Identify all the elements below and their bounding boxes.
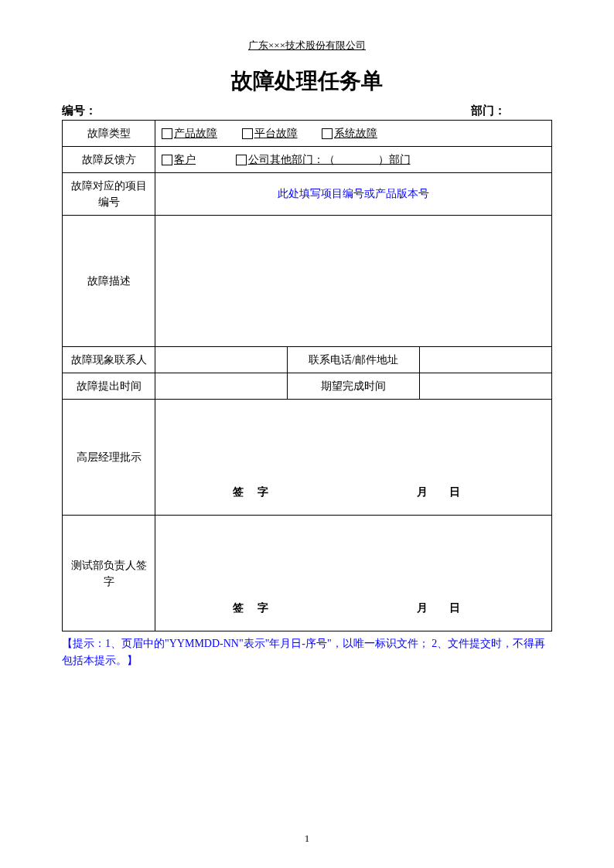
label-contact: 故障现象联系人 xyxy=(63,347,155,373)
manager-sign-row: 签 字 月日 xyxy=(155,485,551,499)
opt-product-fault: 产品故障 xyxy=(174,128,217,139)
label-feedback-src: 故障反馈方 xyxy=(63,147,155,173)
label-description: 故障描述 xyxy=(63,216,155,347)
row-contact: 故障现象联系人 联系电话/邮件地址 xyxy=(63,347,552,373)
label-tester: 测试部负责人签字 xyxy=(63,516,155,631)
page-number: 1 xyxy=(0,832,614,845)
cell-contact-name[interactable] xyxy=(155,347,288,373)
cell-description[interactable] xyxy=(155,216,552,347)
row-fault-type: 故障类型 产品故障 平台故障 系统故障 xyxy=(63,121,552,147)
checkbox-icon[interactable] xyxy=(236,155,247,165)
label-phone: 联系电话/邮件地址 xyxy=(288,347,420,373)
date-label: 月日 xyxy=(406,485,471,499)
label-expect-time: 期望完成时间 xyxy=(288,373,420,400)
row-project-no: 故障对应的项目编号 此处填写项目编号或产品版本号 xyxy=(63,173,552,216)
serial-label: 编号： xyxy=(62,104,471,118)
row-time: 故障提出时间 期望完成时间 xyxy=(63,373,552,400)
checkbox-icon[interactable] xyxy=(322,128,333,139)
opt-platform-fault: 平台故障 xyxy=(254,128,298,139)
cell-manager-sign[interactable]: 签 字 月日 xyxy=(155,400,552,516)
cell-phone[interactable] xyxy=(420,347,552,373)
cell-expect-time[interactable] xyxy=(420,373,552,400)
checkbox-icon[interactable] xyxy=(242,128,253,139)
row-feedback-src: 故障反馈方 客户 公司其他部门：（ ）部门 xyxy=(63,147,552,173)
meta-row: 编号： 部门： xyxy=(62,104,552,118)
opt-customer: 客户 xyxy=(174,154,196,165)
dept-label: 部门： xyxy=(471,104,552,118)
date-label: 月日 xyxy=(406,601,471,615)
cell-submit-time[interactable] xyxy=(155,373,288,400)
form-table: 故障类型 产品故障 平台故障 系统故障 故障反馈方 客户 公司其他部门：（ ）部… xyxy=(62,120,552,631)
label-submit-time: 故障提出时间 xyxy=(63,373,155,400)
label-fault-type: 故障类型 xyxy=(63,121,155,147)
cell-project-no[interactable]: 此处填写项目编号或产品版本号 xyxy=(155,173,552,216)
page-header-company: 广东×××技术股份有限公司 xyxy=(62,39,552,53)
page-title: 故障处理任务单 xyxy=(62,66,552,96)
sig-label: 签 字 xyxy=(233,601,270,615)
label-project-no: 故障对应的项目编号 xyxy=(63,173,155,216)
sig-label: 签 字 xyxy=(233,485,270,499)
opt-other-dept: 公司其他部门：（ ）部门 xyxy=(248,154,411,165)
footer-note: 【提示：1、页眉中的"YYMMDD-NN"表示"年月日-序号"，以唯一标识文件；… xyxy=(62,635,552,670)
row-manager: 高层经理批示 签 字 月日 xyxy=(63,400,552,516)
checkbox-icon[interactable] xyxy=(162,155,172,165)
cell-fault-type-options: 产品故障 平台故障 系统故障 xyxy=(155,121,552,147)
row-description: 故障描述 xyxy=(63,216,552,347)
checkbox-icon[interactable] xyxy=(162,128,172,139)
opt-system-fault: 系统故障 xyxy=(334,128,377,139)
tester-sign-row: 签 字 月日 xyxy=(155,601,551,615)
row-tester: 测试部负责人签字 签 字 月日 xyxy=(63,516,552,631)
cell-tester-sign[interactable]: 签 字 月日 xyxy=(155,516,552,631)
project-no-hint: 此处填写项目编号或产品版本号 xyxy=(162,187,545,201)
cell-feedback-options: 客户 公司其他部门：（ ）部门 xyxy=(155,147,552,173)
label-manager: 高层经理批示 xyxy=(63,400,155,516)
